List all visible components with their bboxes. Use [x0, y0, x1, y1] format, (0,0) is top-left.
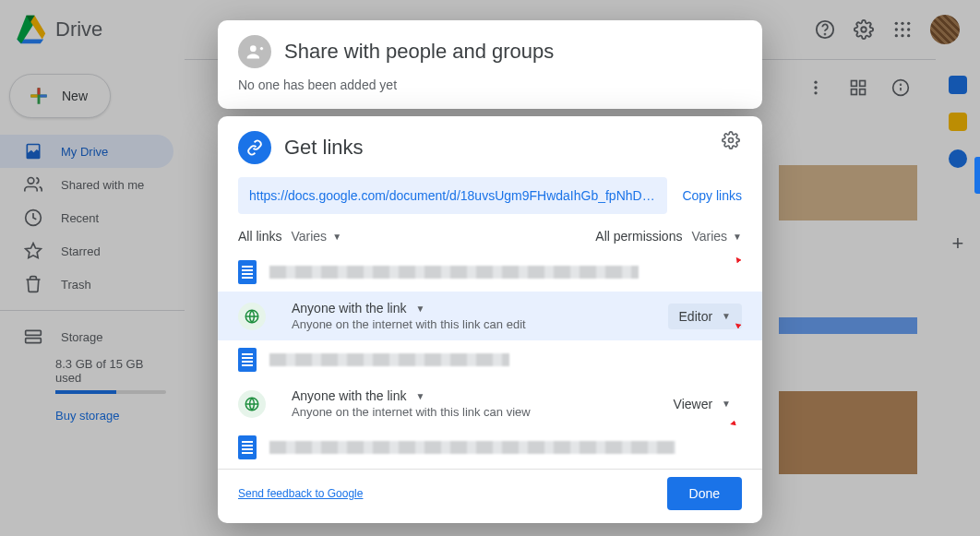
caret-down-icon: ▼ — [722, 399, 731, 409]
document-row[interactable] — [218, 428, 762, 463]
send-feedback-link[interactable]: Send feedback to Google — [238, 487, 363, 500]
all-links-label: All links — [238, 229, 281, 244]
caret-down-icon: ▼ — [416, 304, 425, 314]
link-permission-row: Anyone with the link▼ Anyone on the inte… — [218, 379, 762, 428]
globe-icon — [238, 303, 266, 330]
copy-links-button[interactable]: Copy links — [682, 188, 742, 203]
person-add-icon — [238, 35, 271, 68]
caret-down-icon: ▼ — [722, 311, 731, 321]
docs-icon — [238, 348, 257, 372]
share-dialog-subtitle: No one has been added yet — [238, 77, 742, 92]
globe-icon — [238, 390, 266, 418]
share-modal-overlay: Share with people and groups No one has … — [0, 0, 980, 536]
docs-icon — [238, 260, 257, 284]
document-row[interactable] — [218, 253, 762, 292]
link-scope-description: Anyone on the internet with this link ca… — [292, 317, 526, 331]
docs-icon — [238, 435, 257, 459]
document-row[interactable] — [218, 340, 762, 379]
link-role-dropdown[interactable]: Editor▼ — [668, 304, 742, 329]
all-permissions-label: All permissions — [595, 229, 682, 244]
svg-point-31 — [729, 138, 734, 143]
document-title-redacted — [269, 353, 509, 366]
caret-down-icon: ▼ — [733, 232, 742, 242]
link-permission-row: Anyone with the link▼ Anyone on the inte… — [218, 292, 762, 340]
done-button[interactable]: Done — [667, 477, 742, 510]
svg-point-30 — [250, 45, 257, 52]
link-icon — [238, 131, 271, 164]
document-title-redacted — [269, 266, 639, 279]
all-links-dropdown[interactable]: Varies▼ — [291, 229, 341, 244]
link-scope-description: Anyone on the internet with this link ca… — [292, 405, 531, 419]
caret-down-icon: ▼ — [332, 232, 341, 242]
share-dialog-title: Share with people and groups — [284, 40, 554, 64]
share-people-card: Share with people and groups No one has … — [218, 20, 762, 109]
share-link-url[interactable] — [238, 177, 667, 214]
link-role-dropdown[interactable]: Viewer▼ — [663, 391, 742, 417]
caret-down-icon: ▼ — [416, 391, 425, 401]
link-settings-icon[interactable] — [720, 129, 742, 151]
get-links-card: Get links Copy links All links Varies▼ A… — [218, 116, 762, 523]
all-permissions-dropdown[interactable]: Varies▼ — [691, 229, 742, 244]
link-scope-dropdown[interactable]: Anyone with the link▼ — [292, 301, 526, 316]
get-links-title: Get links — [284, 136, 364, 160]
link-scope-dropdown[interactable]: Anyone with the link▼ — [292, 388, 531, 403]
document-title-redacted — [269, 441, 675, 454]
